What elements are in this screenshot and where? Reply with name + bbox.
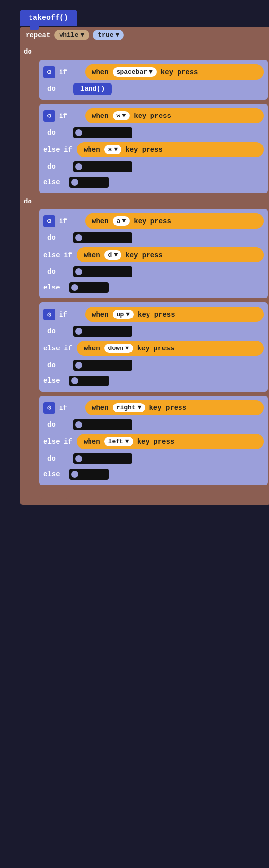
do-slot-3b bbox=[73, 266, 132, 277]
spacebar-dropdown[interactable]: spacebar ▼ bbox=[113, 67, 157, 77]
condition-bar-3b: when d ▼ key press bbox=[77, 247, 264, 262]
do-row-4b: do bbox=[43, 357, 264, 373]
else-slot-5 bbox=[69, 469, 109, 480]
condition-bar-4: when up ▼ key press bbox=[85, 307, 264, 322]
down-arrow: ▼ bbox=[125, 345, 129, 352]
do-label-1: do bbox=[47, 85, 69, 93]
s-arrow: ▼ bbox=[114, 146, 118, 153]
if-row-4: ⚙ if when up ▼ key press bbox=[43, 305, 264, 323]
do-slot-4 bbox=[73, 326, 132, 337]
takeoff-block[interactable]: takeoff() bbox=[20, 10, 77, 26]
condition-bar-5: when right ▼ key press bbox=[85, 400, 264, 415]
main-do-body: do ⚙ if when spacebar ▼ key press bbox=[20, 43, 269, 505]
do-row-1: do land() bbox=[43, 81, 264, 97]
d-arrow: ▼ bbox=[114, 251, 118, 259]
do-row-3: do bbox=[43, 230, 264, 246]
elseif-row-3: else if when d ▼ key press bbox=[43, 246, 264, 264]
repeat-while-row: repeat while ▼ true ▼ bbox=[20, 27, 269, 43]
inner-block-2: ⚙ if when w ▼ key press do else if bbox=[39, 104, 268, 193]
do-slot-2b bbox=[73, 161, 132, 172]
elseif-row-4: else if when down ▼ key press bbox=[43, 339, 264, 357]
gear-icon-2[interactable]: ⚙ bbox=[43, 110, 55, 122]
gear-icon-5[interactable]: ⚙ bbox=[43, 402, 55, 414]
else-row-5: else bbox=[43, 466, 264, 482]
if-row-5: ⚙ if when right ▼ key press bbox=[43, 399, 264, 417]
true-dropdown[interactable]: true ▼ bbox=[93, 30, 124, 40]
if-label-4: if bbox=[59, 311, 81, 318]
if-row-2: ⚙ if when w ▼ key press bbox=[43, 107, 264, 125]
do-label-4b: do bbox=[47, 361, 69, 369]
do-slot-3 bbox=[73, 232, 132, 243]
inner-block-1: ⚙ if when spacebar ▼ key press do land() bbox=[39, 60, 268, 100]
right-arrow: ▼ bbox=[138, 404, 142, 411]
d-dropdown[interactable]: d ▼ bbox=[104, 250, 122, 260]
if-label-1: if bbox=[59, 68, 81, 76]
else-label-5: else bbox=[43, 470, 65, 478]
do-label-3b: do bbox=[47, 268, 69, 276]
land-block[interactable]: land() bbox=[73, 83, 112, 95]
true-label: true bbox=[98, 31, 113, 39]
spacebar-arrow: ▼ bbox=[149, 68, 153, 76]
w-dropdown[interactable]: w ▼ bbox=[113, 111, 130, 120]
key-press-label-1: key press bbox=[161, 68, 198, 76]
do-outer-label: do bbox=[24, 47, 268, 56]
do-row-4: do bbox=[43, 323, 264, 339]
elseif-row-2: else if when s ▼ key press bbox=[43, 141, 264, 159]
gear-icon-4[interactable]: ⚙ bbox=[43, 309, 55, 320]
do-row-2b: do bbox=[43, 159, 264, 174]
a-arrow: ▼ bbox=[122, 217, 126, 225]
gear-icon-1[interactable]: ⚙ bbox=[43, 66, 55, 78]
else-slot-2 bbox=[69, 177, 109, 188]
else-row-4: else bbox=[43, 373, 264, 389]
do-label-5b: do bbox=[47, 455, 69, 463]
condition-bar-5b: when left ▼ key press bbox=[77, 434, 264, 449]
repeat-label: repeat bbox=[26, 31, 50, 39]
do-row-2: do bbox=[43, 125, 264, 141]
when-label-1: when bbox=[92, 68, 109, 76]
down-dropdown[interactable]: down ▼ bbox=[104, 344, 133, 353]
if-label-3: if bbox=[59, 217, 81, 225]
else-slot-4 bbox=[69, 376, 109, 386]
else-label-4: else bbox=[43, 377, 65, 385]
a-dropdown[interactable]: a ▼ bbox=[113, 216, 130, 226]
gear-icon-3[interactable]: ⚙ bbox=[43, 215, 55, 227]
do-slot-5b bbox=[73, 453, 132, 464]
true-arrow-icon: ▼ bbox=[115, 31, 119, 39]
inner-block-3: ⚙ if when a ▼ key press do else if bbox=[39, 209, 268, 298]
main-container: takeoff() repeat while ▼ true ▼ do ⚙ if bbox=[10, 5, 269, 510]
elseif-label-5: else if bbox=[43, 438, 73, 446]
left-arrow: ▼ bbox=[125, 438, 129, 445]
do-label-3: do bbox=[47, 234, 69, 242]
do-row-5b: do bbox=[43, 451, 264, 466]
do-slot-2 bbox=[73, 127, 132, 138]
left-dropdown[interactable]: left ▼ bbox=[104, 437, 133, 446]
do-outer-label-2: do bbox=[39, 197, 268, 206]
condition-bar-3: when a ▼ key press bbox=[85, 213, 264, 229]
condition-bar-1: when spacebar ▼ key press bbox=[85, 64, 264, 80]
do-label-4: do bbox=[47, 327, 69, 335]
else-row-3: else bbox=[43, 280, 264, 295]
s-dropdown[interactable]: s ▼ bbox=[104, 145, 122, 154]
condition-bar-2: when w ▼ key press bbox=[85, 108, 264, 123]
condition-bar-2b: when s ▼ key press bbox=[77, 142, 264, 157]
if-label-5: if bbox=[59, 404, 81, 412]
right-dropdown[interactable]: right ▼ bbox=[113, 403, 146, 412]
do-slot-5 bbox=[73, 419, 132, 430]
else-label-2: else bbox=[43, 178, 65, 186]
up-dropdown[interactable]: up ▼ bbox=[113, 310, 134, 319]
else-label-3: else bbox=[43, 284, 65, 291]
do-label-2: do bbox=[47, 129, 69, 137]
elseif-label-4: else if bbox=[43, 345, 73, 352]
if-label-2: if bbox=[59, 112, 81, 120]
while-dropdown[interactable]: while ▼ bbox=[54, 30, 89, 40]
w-arrow: ▼ bbox=[122, 112, 126, 119]
do-label: do bbox=[24, 48, 32, 56]
do-row-3b: do bbox=[43, 264, 264, 280]
if-row-1: ⚙ if when spacebar ▼ key press bbox=[43, 63, 264, 81]
inner-block-5: ⚙ if when right ▼ key press do else bbox=[39, 396, 268, 485]
do-label-2b: do bbox=[47, 163, 69, 171]
elseif-label-3: else if bbox=[43, 251, 73, 259]
do-slot-4b bbox=[73, 360, 132, 371]
else-slot-3 bbox=[69, 282, 109, 293]
bottom-cap bbox=[39, 489, 69, 499]
